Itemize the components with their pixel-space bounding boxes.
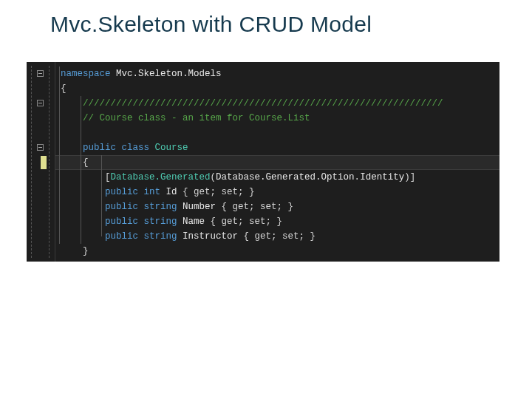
caret-marker: [41, 156, 47, 169]
indent-guide: [101, 155, 102, 236]
slide-title: Mvc.Skeleton with CRUD Model: [50, 12, 372, 37]
code-line: namespace Mvc.Skeleton.Models: [61, 66, 495, 81]
code-line: {: [61, 81, 495, 96]
code-line: public string Name { get; set; }: [61, 214, 495, 229]
code-line: public class Course: [61, 140, 495, 155]
fold-icon[interactable]: [37, 144, 44, 151]
code-editor: namespace Mvc.Skeleton.Models { ////////…: [27, 62, 499, 262]
code-line: [Database.Generated(Database.Generated.O…: [61, 170, 495, 185]
code-line: public string Instructor { get; set; }: [61, 229, 495, 244]
indent-guide: [59, 66, 60, 244]
code-line: [61, 126, 495, 140]
slide: Mvc.Skeleton with CRUD Model namespace M…: [0, 0, 532, 399]
code-line: public string Number { get; set; }: [61, 200, 495, 214]
code-line: ////////////////////////////////////////…: [61, 96, 495, 111]
fold-icon[interactable]: [37, 100, 44, 106]
outline-guide: [31, 66, 32, 258]
code-line: public int Id { get; set; }: [61, 185, 495, 200]
code-line: // Course class - an item for Course.Lis…: [61, 111, 495, 126]
code-content: namespace Mvc.Skeleton.Models { ////////…: [61, 66, 495, 259]
outline-guide: [49, 66, 50, 258]
fold-icon[interactable]: [37, 70, 44, 77]
code-line: {: [61, 155, 495, 170]
indent-guide: [81, 96, 81, 244]
code-line: }: [61, 244, 495, 259]
